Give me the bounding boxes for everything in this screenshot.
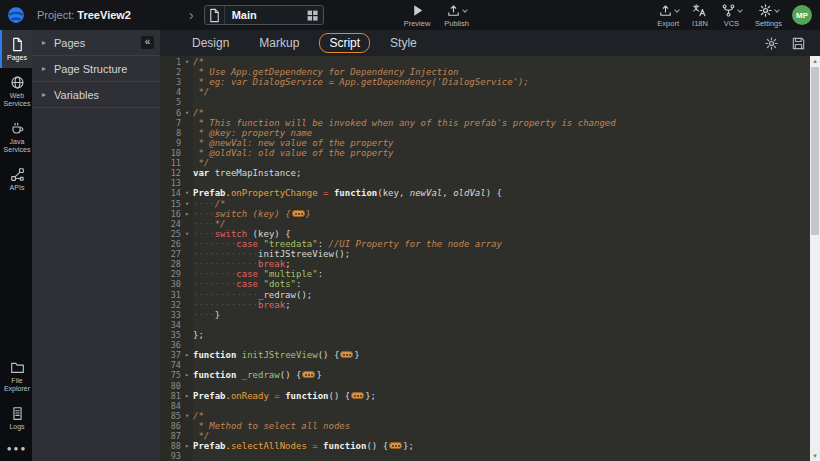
code-text[interactable]: * @key: property name	[193, 128, 810, 138]
tab-style[interactable]: Style	[380, 33, 427, 53]
page-selector[interactable]: Main	[204, 5, 324, 25]
section-label: Pages	[54, 37, 141, 49]
folded-code-pill[interactable]	[340, 351, 353, 358]
code-text[interactable]: * @newVal: new value of the property	[193, 138, 810, 148]
sidebar-item-pages[interactable]: Pages	[0, 30, 32, 68]
grid-icon[interactable]	[303, 9, 323, 22]
code-text[interactable]: ············_redraw();	[193, 290, 810, 300]
grid-icon[interactable]	[306, 9, 319, 22]
fold-open-icon[interactable]: ▾	[181, 199, 193, 209]
tab-design[interactable]: Design	[182, 33, 239, 53]
code-token: };	[193, 330, 204, 340]
code-text[interactable]: ····switch (key) {	[193, 229, 810, 239]
i18n-button[interactable]: I18N	[692, 3, 708, 28]
code-text[interactable]: ····}	[193, 310, 810, 320]
sidebar-item-label: Web Services	[2, 92, 32, 108]
folded-code-pill[interactable]	[389, 442, 402, 449]
settings-button[interactable]: Settings	[755, 3, 782, 28]
code-text[interactable]: function initJStreeView() {}	[193, 350, 810, 360]
code-text[interactable]: * Use App.getDependency for Dependency I…	[193, 67, 810, 77]
sidebar-item-web-services[interactable]: Web Services	[0, 68, 32, 114]
fold-gutter	[181, 300, 193, 310]
code-text[interactable]	[193, 178, 810, 188]
fold-open-icon[interactable]: ▾	[181, 229, 193, 239]
code-text[interactable]: Prefab.selectAllNodes = function() {};	[193, 441, 810, 451]
folder-icon	[10, 360, 25, 375]
publish-button[interactable]: Publish	[444, 3, 469, 28]
code-text[interactable]: };	[193, 330, 810, 340]
code-text[interactable]: ············break;	[193, 300, 810, 310]
code-token: switch	[215, 229, 248, 239]
scrollbar-thumb[interactable]	[811, 67, 819, 235]
code-text[interactable]: ············break;	[193, 259, 810, 269]
code-text[interactable]	[193, 360, 810, 370]
preview-button[interactable]: Preview	[404, 3, 431, 28]
code-text[interactable]	[193, 97, 810, 107]
code-text[interactable]: Prefab.onReady = function() {};	[193, 391, 810, 401]
code-text[interactable]: ········case "multiple":	[193, 269, 810, 279]
code-text[interactable]: * Method to select all nodes	[193, 421, 810, 431]
code-text[interactable]: ········case "dots":	[193, 279, 810, 289]
code-text[interactable]: * @oldVal: old value of the property	[193, 148, 810, 158]
folded-code-pill[interactable]	[292, 210, 305, 217]
editor-settings-button[interactable]	[764, 36, 779, 51]
fold-open-icon[interactable]: ▾	[181, 411, 193, 421]
code-text[interactable]: * eg: var DialogService = App.getDepende…	[193, 77, 810, 87]
top-bar: Project: TreeView2 › Main PreviewPublish…	[0, 0, 820, 30]
code-text[interactable]	[193, 401, 810, 411]
code-text[interactable]: ····*/	[193, 219, 810, 229]
sidebar-item-more[interactable]: ●●●	[0, 437, 32, 459]
explorer-section-page-structure[interactable]: ▸Page Structure	[32, 56, 160, 82]
line-number: 37	[160, 350, 181, 360]
folded-code-pill[interactable]	[302, 371, 315, 378]
fold-open-icon[interactable]: ▾	[181, 188, 193, 198]
code-text[interactable]: Prefab.onPropertyChange = function(key, …	[193, 188, 810, 198]
export-button[interactable]: Export	[657, 3, 679, 28]
vertical-scrollbar[interactable]: ▲ ▼	[810, 56, 820, 461]
code-text[interactable]: /*	[193, 57, 810, 67]
code-text[interactable]	[193, 320, 810, 330]
fold-gutter	[181, 249, 193, 259]
tab-markup[interactable]: Markup	[249, 33, 309, 53]
code-text[interactable]	[193, 451, 810, 461]
code-text[interactable]: */	[193, 87, 810, 97]
header-tools: ExportI18NVCSSettings	[657, 3, 782, 28]
code-text[interactable]	[193, 340, 810, 350]
code-text[interactable]: /*	[193, 108, 810, 118]
sidebar-item-java-services[interactable]: Java Services	[0, 114, 32, 160]
code-text[interactable]: ····switch (key) {}	[193, 209, 810, 219]
scrollbar-down-arrow-icon[interactable]: ▼	[810, 451, 820, 461]
code-text[interactable]: var treeMapInstance;	[193, 168, 810, 178]
code-text[interactable]: function _redraw() {}	[193, 370, 810, 380]
code-token: */	[193, 87, 209, 97]
collapse-panel-button[interactable]: «	[141, 36, 154, 49]
code-text[interactable]	[193, 381, 810, 391]
fold-closed-icon[interactable]: ▸	[181, 350, 193, 360]
fold-open-icon[interactable]: ▾	[181, 108, 193, 118]
fold-closed-icon[interactable]: ▸	[181, 209, 193, 219]
folded-code-pill[interactable]	[351, 392, 364, 399]
sidebar-item-apis[interactable]: APIs	[0, 160, 32, 198]
fold-closed-icon[interactable]: ▸	[181, 391, 193, 401]
code-text[interactable]: /*	[193, 411, 810, 421]
sidebar-item-file-explorer[interactable]: File Explorer	[0, 353, 32, 399]
tab-script[interactable]: Script	[319, 33, 370, 53]
avatar[interactable]: MP	[792, 5, 812, 25]
save-button[interactable]	[791, 36, 806, 51]
code-text[interactable]: */	[193, 431, 810, 441]
sidebar-item-logs[interactable]: Logs	[0, 399, 32, 437]
scrollbar-up-arrow-icon[interactable]: ▲	[810, 56, 820, 66]
code-text[interactable]: ············initJStreeView();	[193, 249, 810, 259]
code-text[interactable]: */	[193, 158, 810, 168]
vcs-button[interactable]: VCS	[721, 3, 742, 28]
explorer-section-variables[interactable]: ▸Variables	[32, 82, 160, 108]
explorer-section-pages[interactable]: ▸Pages«	[32, 30, 160, 56]
code-text[interactable]: ········case "treedata": //UI Property f…	[193, 239, 810, 249]
fold-open-icon[interactable]: ▾	[181, 57, 193, 67]
code-text[interactable]: * This function will be invoked when any…	[193, 118, 810, 128]
publish-actions: PreviewPublish	[404, 3, 469, 28]
code-text[interactable]: ····/*	[193, 199, 810, 209]
wavemaker-logo-icon[interactable]	[0, 0, 32, 30]
fold-closed-icon[interactable]: ▸	[181, 441, 193, 451]
fold-closed-icon[interactable]: ▸	[181, 370, 193, 380]
